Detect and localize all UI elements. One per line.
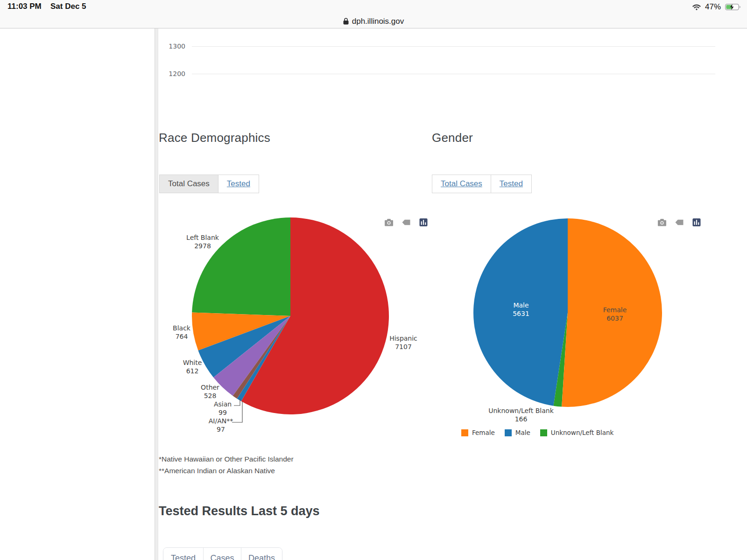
y-tick-1300: 1300: [166, 42, 185, 50]
hover-tag-icon[interactable]: [675, 218, 684, 226]
plotly-logo-icon[interactable]: [419, 218, 428, 226]
unknown-swatch: [540, 429, 547, 436]
legend-item-male[interactable]: Male: [505, 429, 530, 436]
wifi-icon: [692, 4, 701, 10]
gender-tab-group: Total Cases Tested: [432, 175, 532, 193]
aian-leader-line: [232, 401, 242, 422]
race-label-asian: Asian 99: [214, 400, 232, 417]
sidebar-divider: [155, 28, 158, 560]
status-bar: 11:03 PM Sat Dec 5 47%: [0, 0, 747, 14]
footnote-nhpi: *Native Hawaiian or Other Pacific Island…: [159, 453, 294, 465]
legend-item-female[interactable]: Female: [461, 429, 495, 436]
y-tick-1200: 1200: [166, 70, 185, 77]
hover-tag-icon[interactable]: [402, 218, 410, 226]
gender-label-male: Male 5631: [513, 301, 529, 318]
race-tab-total-cases[interactable]: Total Cases: [159, 175, 218, 193]
gender-tab-total-cases[interactable]: Total Cases: [432, 175, 491, 193]
footnote-aian: **American Indian or Alaskan Native: [159, 465, 294, 476]
race-label-white: White 612: [183, 358, 202, 375]
gridline-1200: [192, 74, 715, 74]
browser-chrome: 11:03 PM Sat Dec 5 47% dph.illinois.gov: [0, 0, 747, 28]
address-bar[interactable]: dph.illinois.gov: [0, 14, 747, 28]
gender-label-female: Female 6037: [603, 306, 627, 322]
gender-tab-tested[interactable]: Tested: [491, 175, 532, 193]
race-demographics-title: Race Demographics: [159, 131, 270, 145]
gridline-1300: [192, 46, 715, 47]
race-label-other: Other 528: [201, 383, 219, 400]
tab-cases[interactable]: Cases: [203, 548, 241, 560]
plotly-logo-icon[interactable]: [692, 218, 701, 226]
gender-pie-chart: [467, 205, 672, 415]
gender-label-unknown: Unknown/Left Blank 166: [488, 406, 554, 423]
legend-item-unknown[interactable]: Unknown/Left Blank: [540, 429, 614, 436]
battery-charging-icon: [725, 4, 740, 10]
female-swatch: [461, 429, 468, 436]
left-sidebar: [0, 28, 155, 560]
gender-chart-modebar: [658, 218, 701, 226]
tab-tested[interactable]: Tested: [163, 548, 203, 560]
pie-slice-left-blank[interactable]: [192, 217, 290, 316]
male-swatch: [505, 429, 512, 436]
url-text: dph.illinois.gov: [352, 17, 404, 26]
tested-results-tab-group: Tested Cases Deaths: [163, 547, 282, 560]
tab-deaths[interactable]: Deaths: [241, 548, 282, 560]
lock-icon: [343, 18, 349, 25]
race-chart-modebar: [385, 218, 428, 226]
race-footnotes: *Native Hawaiian or Other Pacific Island…: [159, 453, 294, 476]
status-date: Sat Dec 5: [50, 2, 86, 11]
race-label-aian: AI/AN** 97: [209, 417, 233, 434]
gender-title: Gender: [432, 131, 473, 145]
status-time: 11:03 PM: [7, 2, 42, 11]
race-label-hispanic: Hispanic 7107: [389, 334, 417, 351]
gender-legend: Female Male Unknown/Left Blank: [461, 429, 613, 436]
race-tab-tested[interactable]: Tested: [218, 175, 259, 193]
race-label-left-blank: Left Blank 2978: [186, 233, 219, 250]
camera-icon[interactable]: [385, 218, 393, 226]
race-label-black: Black 764: [173, 324, 190, 341]
tested-results-title: Tested Results Last 5 days: [159, 504, 320, 518]
race-tab-group: Total Cases Tested: [159, 175, 259, 193]
camera-icon[interactable]: [658, 218, 666, 226]
battery-percent: 47%: [705, 2, 721, 12]
